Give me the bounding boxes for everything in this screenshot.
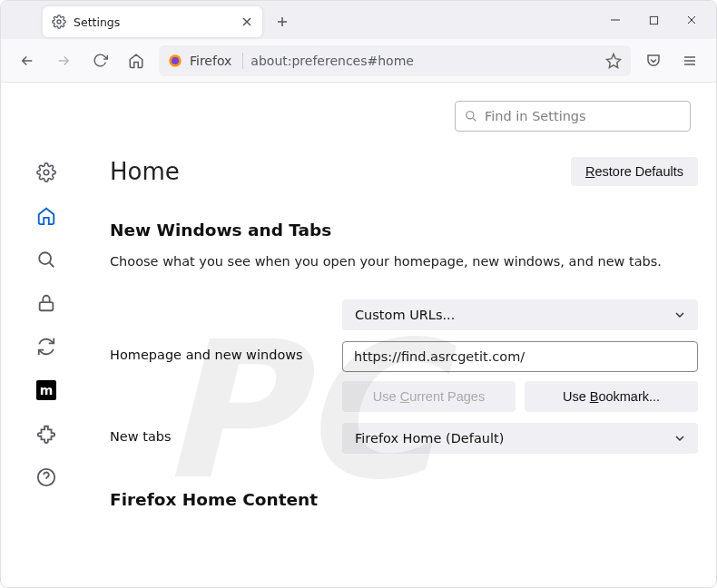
menu-button[interactable] xyxy=(676,47,703,74)
newtabs-select[interactable]: Firefox Home (Default) xyxy=(342,423,698,454)
search-placeholder: Find in Settings xyxy=(485,109,586,123)
newtabs-label: New tabs xyxy=(110,423,333,444)
reload-button[interactable] xyxy=(86,47,113,74)
close-icon[interactable] xyxy=(241,15,253,28)
new-tab-button[interactable] xyxy=(270,9,295,34)
browser-tab[interactable]: Settings xyxy=(43,6,262,37)
svg-rect-7 xyxy=(40,302,54,310)
back-button[interactable] xyxy=(14,47,41,74)
homepage-mode-value: Custom URLs... xyxy=(355,308,455,322)
tab-title: Settings xyxy=(74,15,241,29)
svg-point-0 xyxy=(57,20,61,24)
forward-button[interactable] xyxy=(50,47,77,74)
sidebar-home[interactable] xyxy=(36,206,56,226)
search-icon xyxy=(465,110,477,122)
url-bar[interactable]: Firefox about:preferences#home xyxy=(159,45,631,76)
use-bookmark-button[interactable]: Use Bookmark... xyxy=(525,381,698,412)
use-current-pages-button[interactable]: Use Current Pages xyxy=(342,381,516,412)
settings-search[interactable]: Find in Settings xyxy=(455,101,691,132)
sidebar-extensions[interactable] xyxy=(36,424,56,444)
svg-rect-1 xyxy=(650,16,657,24)
svg-point-9 xyxy=(467,112,474,119)
separator xyxy=(242,53,243,69)
maximize-button[interactable] xyxy=(634,5,673,34)
chevron-down-icon xyxy=(674,433,685,444)
page-title: Home xyxy=(110,158,180,185)
firefox-icon xyxy=(168,54,182,68)
homepage-label: Homepage and new windows xyxy=(110,341,333,362)
newtabs-value: Firefox Home (Default) xyxy=(355,431,504,446)
section-new-windows-title: New Windows and Tabs xyxy=(110,220,698,240)
svg-point-3 xyxy=(172,57,179,64)
url-text: about:preferences#home xyxy=(250,54,598,68)
chevron-down-icon xyxy=(674,309,685,320)
sidebar-privacy[interactable] xyxy=(36,293,56,313)
pocket-button[interactable] xyxy=(640,47,667,74)
close-window-button[interactable] xyxy=(673,5,711,34)
sidebar-help[interactable] xyxy=(36,467,56,487)
restore-defaults-button[interactable]: Restore Defaults xyxy=(571,157,698,186)
svg-point-5 xyxy=(44,170,49,175)
sidebar-sync[interactable] xyxy=(36,337,56,357)
sidebar-general[interactable] xyxy=(36,162,56,182)
home-button[interactable] xyxy=(123,47,150,74)
sidebar-search[interactable] xyxy=(36,250,56,270)
bookmark-star-icon[interactable] xyxy=(605,53,622,69)
sidebar-more[interactable]: m xyxy=(36,380,56,400)
url-identity: Firefox xyxy=(190,54,231,68)
homepage-url-input[interactable]: https://find.asrcgetit.com/ xyxy=(342,341,698,372)
gear-icon xyxy=(52,15,66,29)
minimize-button[interactable] xyxy=(596,5,634,34)
section-new-windows-desc: Choose what you see when you open your h… xyxy=(110,252,698,270)
homepage-mode-select[interactable]: Custom URLs... xyxy=(342,299,698,330)
homepage-url-value: https://find.asrcgetit.com/ xyxy=(354,349,525,364)
section-home-content-title: Firefox Home Content xyxy=(110,490,698,509)
svg-point-6 xyxy=(39,252,51,264)
